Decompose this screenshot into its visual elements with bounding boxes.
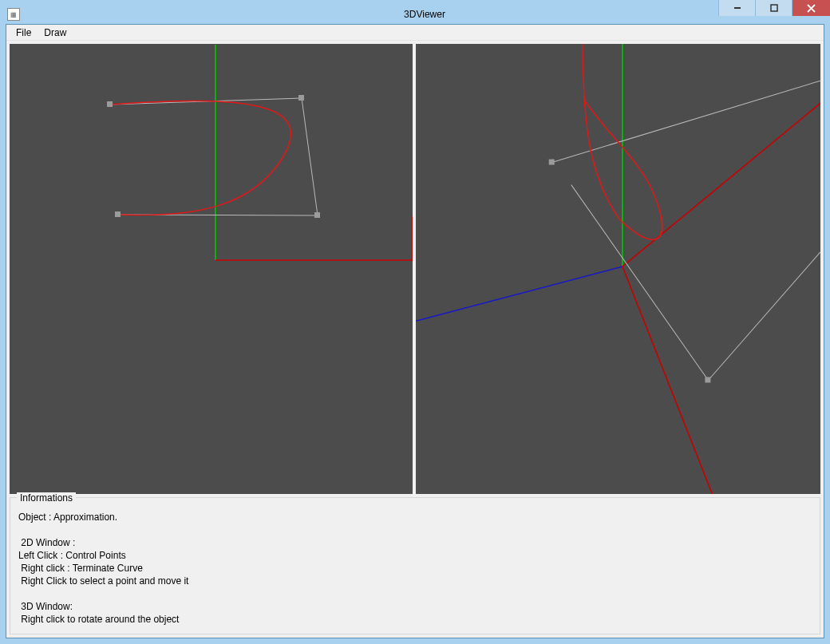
info-rotate-hint: Right click to rotate around the object <box>18 613 812 626</box>
informations-body: Object : Approximation. 2D Window : Left… <box>18 511 812 626</box>
app-window: ▦ 3DViewer File Draw <box>0 0 830 644</box>
info-spacer-1 <box>18 523 812 536</box>
scene-2d <box>10 44 413 494</box>
info-object-line: Object : Approximation. <box>18 511 812 523</box>
viewports-row <box>6 41 824 497</box>
client-area: File Draw <box>6 24 824 638</box>
info-2d-header: 2D Window : <box>18 536 812 549</box>
info-right-click-move: Right Click to select a point and move i… <box>18 575 812 587</box>
info-left-click: Left Click : Control Points <box>18 549 812 562</box>
app-icon: ▦ <box>7 8 20 21</box>
menu-file[interactable]: File <box>10 26 38 40</box>
axis-blue-3d <box>416 267 622 321</box>
viewport-2d[interactable] <box>10 44 413 494</box>
window-controls <box>718 0 830 16</box>
control-polyline-2d <box>110 98 318 215</box>
info-right-click: Right click : Terminate Curve <box>18 562 812 575</box>
control-polyline-3d <box>552 81 820 380</box>
control-point-4[interactable] <box>115 211 121 217</box>
maximize-button[interactable] <box>755 0 792 16</box>
axis-red1-3d <box>622 103 820 267</box>
menu-draw[interactable]: Draw <box>38 26 73 40</box>
informations-panel: Informations Object : Approximation. 2D … <box>10 497 820 634</box>
titlebar[interactable]: ▦ 3DViewer <box>6 5 824 24</box>
svg-rect-1 <box>771 5 777 11</box>
control-point-1[interactable] <box>107 101 113 107</box>
control-point-3d-2[interactable] <box>705 377 710 382</box>
minimize-button[interactable] <box>718 0 755 16</box>
axis-red2-3d <box>622 267 712 494</box>
menubar: File Draw <box>6 25 824 41</box>
window-title: 3DViewer <box>25 9 824 20</box>
informations-title: Informations <box>20 492 73 504</box>
close-button[interactable] <box>792 0 830 16</box>
control-point-3d-1[interactable] <box>549 160 555 165</box>
control-point-2[interactable] <box>298 95 304 101</box>
viewport-3d[interactable] <box>416 44 820 494</box>
control-point-3[interactable] <box>314 212 320 218</box>
scene-3d <box>416 44 820 494</box>
bezier-curve-2d <box>110 101 290 215</box>
info-3d-header: 3D Window: <box>18 600 812 613</box>
info-spacer-2 <box>18 587 812 600</box>
